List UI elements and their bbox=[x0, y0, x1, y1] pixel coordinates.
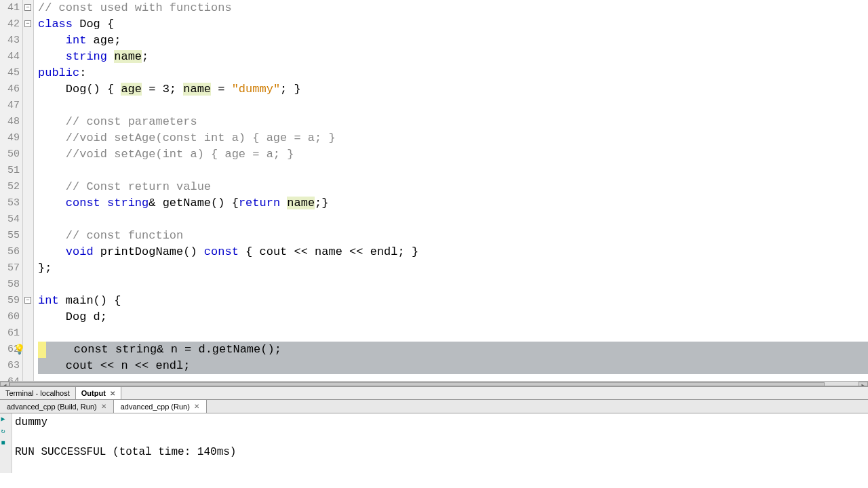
code-line[interactable]: 💡 const string& n = d.getName(); bbox=[38, 342, 868, 358]
code-line[interactable]: Dog() { age = 3; name = "dummy"; } bbox=[38, 81, 868, 98]
output-toolbar-button[interactable]: ■ bbox=[1, 439, 11, 449]
scroll-thumb[interactable] bbox=[9, 382, 825, 387]
output-toolbar-button[interactable]: ▶ bbox=[1, 415, 11, 424]
scroll-track[interactable] bbox=[9, 382, 859, 387]
code-line[interactable]: string name; bbox=[38, 49, 868, 65]
close-icon[interactable]: ✕ bbox=[194, 403, 199, 410]
output-text[interactable]: dummy RUN SUCCESSFUL (total time: 140ms) bbox=[12, 413, 868, 473]
tab-terminal-label: Terminal - localhost bbox=[5, 389, 70, 397]
code-line[interactable]: const string& getName() {return name;} bbox=[38, 195, 868, 211]
close-icon[interactable]: ✕ bbox=[101, 403, 106, 410]
code-editor: 4142434445464748495051525354555657585960… bbox=[0, 0, 868, 386]
code-line[interactable]: }; bbox=[38, 260, 868, 277]
code-line[interactable] bbox=[38, 163, 868, 179]
tab-terminal[interactable]: Terminal - localhost bbox=[0, 387, 76, 399]
tab-output[interactable]: Output ✕ bbox=[76, 387, 121, 399]
output-tab[interactable]: advanced_cpp (Run)✕ bbox=[114, 400, 207, 413]
code-line[interactable]: // Const return value bbox=[38, 179, 868, 195]
fold-toggle-icon[interactable]: − bbox=[24, 4, 31, 11]
code-line[interactable] bbox=[38, 277, 868, 293]
fold-toggle-icon[interactable]: − bbox=[24, 297, 31, 304]
code-line[interactable]: //void setAge(int a) { age = a; } bbox=[38, 146, 868, 163]
tab-output-label: Output bbox=[81, 389, 106, 397]
code-line[interactable]: // const used with functions bbox=[38, 0, 868, 16]
fold-gutter[interactable]: −−− bbox=[23, 0, 34, 381]
output-tab-label: advanced_cpp (Build, Run) bbox=[7, 403, 97, 411]
code-line[interactable] bbox=[38, 98, 868, 114]
code-line[interactable] bbox=[38, 325, 868, 342]
code-line[interactable]: cout << n << endl; bbox=[38, 358, 868, 374]
close-icon[interactable]: ✕ bbox=[110, 390, 115, 397]
output-sub-tabs: advanced_cpp (Build, Run)✕advanced_cpp (… bbox=[0, 400, 868, 413]
output-tab-label: advanced_cpp (Run) bbox=[121, 403, 190, 411]
code-line[interactable]: void printDogName() const { cout << name… bbox=[38, 244, 868, 260]
fold-toggle-icon[interactable]: − bbox=[24, 20, 31, 27]
code-content[interactable]: // const used with functionsclass Dog { … bbox=[34, 0, 868, 381]
scroll-left-arrow[interactable]: ◄ bbox=[0, 382, 9, 387]
code-line[interactable]: Dog d; bbox=[38, 309, 868, 325]
code-line[interactable]: // const function bbox=[38, 228, 868, 244]
output-toolbar: ▶↻■ bbox=[0, 413, 12, 473]
line-number-gutter: 4142434445464748495051525354555657585960… bbox=[0, 0, 23, 381]
lightbulb-icon[interactable]: 💡 bbox=[14, 342, 25, 358]
code-line[interactable]: int main() { bbox=[38, 293, 868, 309]
output-tab[interactable]: advanced_cpp (Build, Run)✕ bbox=[0, 400, 114, 413]
horizontal-scrollbar[interactable]: ◄ ► bbox=[0, 381, 868, 386]
code-line[interactable]: //void setAge(const int a) { age = a; } bbox=[38, 130, 868, 146]
code-line[interactable] bbox=[38, 211, 868, 228]
code-line[interactable]: // const parameters bbox=[38, 114, 868, 130]
panel-tabs: Terminal - localhost Output ✕ bbox=[0, 386, 868, 400]
code-line[interactable]: class Dog { bbox=[38, 16, 868, 33]
output-panel: ▶↻■ dummy RUN SUCCESSFUL (total time: 14… bbox=[0, 413, 868, 473]
output-toolbar-button[interactable]: ↻ bbox=[1, 427, 11, 436]
code-line[interactable]: int age; bbox=[38, 33, 868, 49]
code-line[interactable]: public: bbox=[38, 65, 868, 81]
